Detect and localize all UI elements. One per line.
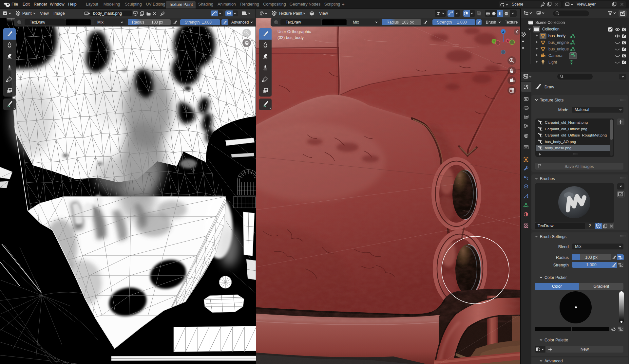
svg-text:User Orthographic: User Orthographic: [277, 29, 311, 34]
svg-text:X: X: [507, 39, 509, 43]
svg-text:Y: Y: [493, 40, 495, 43]
svg-text:Z: Z: [502, 30, 504, 33]
svg-text:(32) bus_body: (32) bus_body: [277, 35, 304, 40]
